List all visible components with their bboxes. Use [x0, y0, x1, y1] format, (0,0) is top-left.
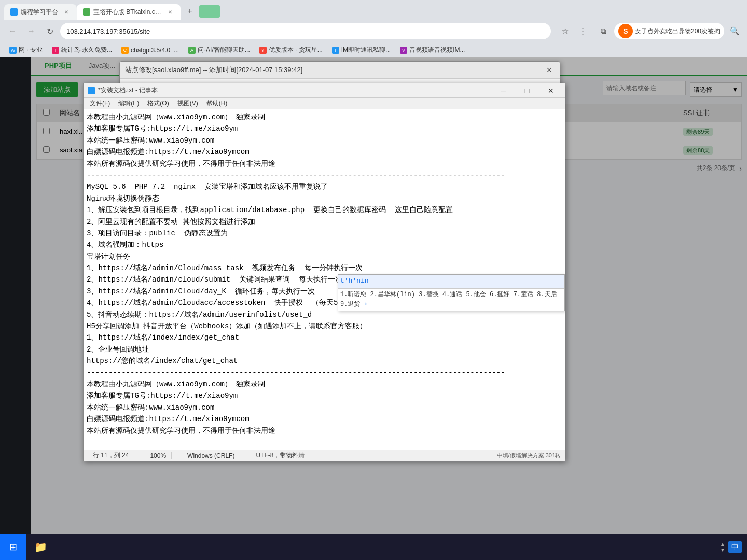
- bookmark-2-favicon: T: [52, 47, 59, 54]
- notepad-close-button[interactable]: ✕: [539, 83, 563, 98]
- bookmark-7-favicon: V: [400, 47, 407, 54]
- ime-indicator[interactable]: 中: [728, 541, 742, 553]
- menu-format[interactable]: 格式(O): [143, 98, 173, 109]
- status-encoding: UTF-8，带物料清: [251, 451, 310, 460]
- sogou-icon: S: [618, 24, 633, 38]
- start-icon: ⊞: [9, 541, 17, 553]
- notepad-minimize-button[interactable]: ─: [491, 83, 515, 98]
- tab-1-close[interactable]: ✕: [62, 8, 71, 16]
- bookmark-2-label: 统计鸟-永久免费...: [61, 46, 112, 54]
- menu-view[interactable]: 视图(V): [173, 98, 202, 109]
- bookmark-6-favicon: I: [332, 47, 339, 54]
- start-button[interactable]: ⊞: [0, 534, 26, 560]
- taskbar-tray: ▲ ▼ 中: [715, 541, 747, 553]
- notepad-app-icon: [88, 87, 95, 94]
- back-button[interactable]: ←: [4, 23, 21, 39]
- bookmark-1-label: 网 · 专业: [19, 46, 43, 54]
- notepad-maximize-button[interactable]: □: [515, 83, 539, 98]
- status-line-ending: Windows (CRLF): [182, 452, 240, 459]
- modal-titlebar: 站点修改[saol.xiao9ff.me] -- 添加时间[2024-01-07…: [120, 62, 560, 79]
- autocomplete-popup[interactable]: t'h'nin 1.听诺您 2.昙华林(lin) 3.替换 4.通话 5.他会 …: [338, 274, 565, 311]
- bookmark-5-favicon: Y: [259, 47, 267, 54]
- browser-chrome: 编程学习平台 ✕ 宝塔开心版 BTkaixin.com ✕ + ← → ↻ 10…: [0, 0, 747, 57]
- bookmark-6-label: IM即时通讯私聊...: [341, 46, 391, 54]
- bookmark-1[interactable]: W 网 · 专业: [5, 45, 47, 56]
- tab-2[interactable]: 宝塔开心版 BTkaixin.com ✕: [77, 4, 181, 20]
- search-icon[interactable]: 🔍: [726, 23, 743, 39]
- autocomplete-input-area: t'h'nin: [338, 275, 564, 289]
- bookmark-7[interactable]: V 音视频语音视频IM...: [396, 45, 469, 56]
- window-indicator: [199, 5, 220, 18]
- taskbar-items: 📁: [26, 537, 715, 557]
- tab-1-label: 编程学习平台: [21, 8, 59, 17]
- suggestions-more-arrow[interactable]: ›: [364, 301, 368, 308]
- notepad-menubar: 文件(F) 编辑(E) 格式(O) 视图(V) 帮助(H): [84, 98, 565, 109]
- bookmark-4-favicon: A: [188, 47, 196, 54]
- ime-zh-label: 中: [731, 542, 739, 552]
- tab-2-label: 宝塔开心版 BTkaixin.com: [93, 8, 163, 17]
- bookmark-7-label: 音视频语音视频IM...: [409, 46, 465, 54]
- bookmark-3-favicon: C: [121, 47, 129, 54]
- bookmark-4[interactable]: A 问-AI/智能聊天助...: [184, 45, 254, 56]
- notepad-statusbar: 行 11，列 24 100% Windows (CRLF) UTF-8，带物料清…: [84, 450, 565, 461]
- modal-title: 站点修改[saol.xiao9ff.me] -- 添加时间[2024-01-07…: [125, 65, 302, 75]
- status-row-col: 行 11，列 24: [88, 451, 134, 460]
- taskbar: ⊞ 📁 ▲ ▼ 中: [0, 534, 747, 560]
- caret-up-icon: ▲: [720, 541, 725, 547]
- bookmarks-bar: W 网 · 专业 T 统计鸟-永久免费... C chatgpt3.5/4.0+…: [0, 43, 747, 57]
- ime-controls[interactable]: ▲ ▼: [720, 541, 725, 553]
- autocomplete-typed-text: t'h'nin: [340, 276, 371, 287]
- tab-2-favicon: [83, 8, 90, 16]
- bookmark-4-label: 问-AI/智能聊天助...: [198, 46, 250, 54]
- notepad-content[interactable]: 本教程由小九源码网（www.xiao9ym.com） 独家录制 添加客服专属TG…: [84, 109, 565, 450]
- reload-button[interactable]: ↻: [42, 23, 58, 39]
- bookmark-5-label: 优质版本 · 贪玩星...: [269, 46, 323, 54]
- tab-bar: 编程学习平台 ✕ 宝塔开心版 BTkaixin.com ✕ +: [0, 0, 747, 20]
- tab-1[interactable]: 编程学习平台 ✕: [4, 4, 77, 20]
- bookmark-6[interactable]: I IM即时通讯私聊...: [328, 45, 395, 56]
- omnibar: ← → ↻ 103.214.173.197:35615/site ☆ ⋮ ⧉ S…: [0, 20, 747, 43]
- caret-down-icon: ▼: [720, 547, 725, 553]
- status-extra: 中填/假墙解决方案 301转: [497, 452, 561, 459]
- extension-area: ⧉ S 女子点外卖吃出异物200次被拘 🔍: [596, 23, 743, 39]
- address-bar[interactable]: 103.214.173.197:35615/site: [60, 23, 551, 39]
- forward-button[interactable]: →: [23, 23, 39, 39]
- more-button[interactable]: ⋮: [575, 23, 591, 39]
- suggestions-text: 1.听诺您 2.昙华林(lin) 3.替换 4.通话 5.他会 6.挺好 7.童…: [340, 291, 557, 308]
- taskbar-file-manager[interactable]: 📁: [30, 537, 51, 557]
- menu-help[interactable]: 帮助(H): [202, 98, 232, 109]
- bookmark-3-label: chatgpt3.5/4.0+...: [131, 47, 179, 54]
- notepad-title-text: *安装文档.txt - 记事本: [98, 86, 158, 95]
- address-text: 103.214.173.197:35615/site: [66, 27, 545, 35]
- star-button[interactable]: ☆: [557, 23, 574, 39]
- modal-close-button[interactable]: ✕: [544, 65, 555, 75]
- extensions-icon[interactable]: ⧉: [596, 23, 612, 39]
- sogou-bar[interactable]: S 女子点外卖吃出异物200次被拘: [614, 23, 724, 39]
- notepad-titlebar: *安装文档.txt - 记事本 ─ □ ✕: [84, 83, 565, 98]
- toolbar-icons: ☆ ⋮: [557, 23, 591, 39]
- bookmark-1-favicon: W: [9, 47, 17, 54]
- tab-2-close[interactable]: ✕: [166, 8, 174, 16]
- notepad-title-area: *安装文档.txt - 记事本: [88, 86, 158, 95]
- new-tab-button[interactable]: +: [183, 4, 197, 19]
- autocomplete-suggestions: 1.听诺您 2.昙华林(lin) 3.替换 4.通话 5.他会 6.挺好 7.童…: [338, 289, 564, 311]
- menu-edit[interactable]: 编辑(E): [114, 98, 143, 109]
- status-zoom: 100%: [145, 452, 172, 459]
- sogou-news: 女子点外卖吃出异物200次被拘: [635, 27, 720, 36]
- menu-file[interactable]: 文件(F): [86, 98, 114, 109]
- bookmark-2[interactable]: T 统计鸟-永久免费...: [48, 45, 116, 56]
- bookmark-3[interactable]: C chatgpt3.5/4.0+...: [117, 45, 183, 56]
- notepad-window: *安装文档.txt - 记事本 ─ □ ✕ 文件(F) 编辑(E) 格式(O) …: [83, 83, 565, 461]
- file-manager-icon: 📁: [34, 541, 47, 553]
- window-controls: ─ □ ✕: [491, 83, 563, 98]
- bookmark-5[interactable]: Y 优质版本 · 贪玩星...: [255, 45, 327, 56]
- tab-1-favicon: [10, 8, 18, 16]
- main-content: PHP项目 Java项... 添加站点 请选择 ▼: [0, 57, 747, 560]
